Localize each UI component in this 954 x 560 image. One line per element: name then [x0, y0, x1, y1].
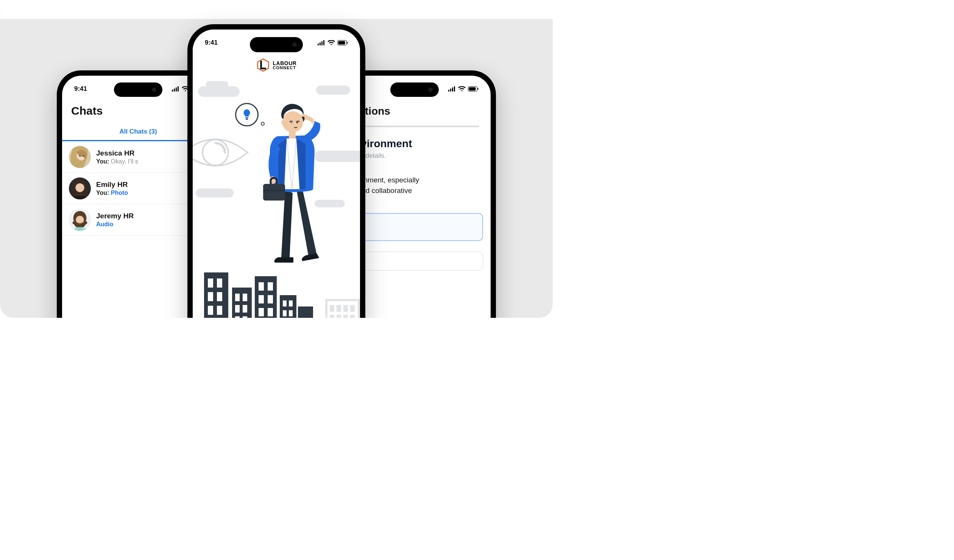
svg-rect-69	[235, 316, 240, 318]
svg-marker-29	[257, 59, 268, 71]
svg-rect-73	[259, 295, 264, 303]
svg-rect-67	[235, 305, 240, 313]
labour-connect-logo-icon	[256, 58, 270, 72]
status-time: 9:41	[74, 85, 87, 93]
svg-rect-66	[243, 294, 247, 301]
svg-rect-20	[469, 87, 476, 91]
lightbulb-icon	[241, 109, 253, 120]
wifi-icon	[327, 40, 335, 45]
svg-rect-61	[208, 306, 213, 315]
phone-mockup-splash: 9:41 LABOUR CONNECT	[187, 24, 365, 318]
svg-rect-38	[350, 305, 355, 312]
svg-rect-75	[259, 308, 264, 316]
svg-rect-18	[454, 86, 455, 92]
svg-rect-81	[283, 310, 287, 316]
brand-name-bottom: CONNECT	[273, 66, 297, 70]
svg-rect-40	[337, 315, 341, 318]
svg-rect-90	[263, 184, 285, 201]
svg-rect-58	[217, 278, 222, 288]
svg-rect-17	[452, 87, 453, 92]
svg-rect-62	[217, 306, 222, 315]
svg-rect-76	[268, 308, 273, 316]
svg-rect-39	[330, 315, 334, 318]
cloud-icon	[198, 86, 240, 97]
svg-rect-56	[298, 306, 313, 318]
status-indicators	[318, 40, 348, 45]
battery-icon	[337, 40, 348, 45]
signal-icon	[318, 40, 325, 45]
svg-rect-71	[259, 282, 264, 291]
svg-rect-22	[318, 44, 319, 45]
svg-rect-52	[204, 272, 228, 318]
dynamic-island	[250, 37, 303, 52]
chat-last-message: You: Okay, I'll s	[96, 158, 138, 165]
svg-rect-28	[347, 42, 348, 44]
chat-name: Jeremy HR	[96, 212, 134, 220]
dynamic-island	[390, 82, 439, 97]
svg-point-12	[75, 183, 84, 192]
svg-rect-72	[268, 282, 273, 291]
svg-rect-68	[243, 305, 247, 313]
svg-rect-53	[232, 288, 252, 318]
svg-rect-79	[283, 300, 287, 306]
avatar	[69, 209, 91, 231]
svg-rect-31	[245, 117, 248, 118]
svg-rect-21	[478, 88, 479, 90]
svg-rect-36	[337, 305, 341, 312]
svg-rect-82	[289, 310, 293, 316]
eye-icon	[193, 132, 249, 173]
svg-rect-91	[263, 190, 285, 191]
svg-rect-3	[178, 86, 179, 92]
svg-rect-54	[255, 276, 277, 318]
person-illustration-icon	[252, 95, 331, 269]
svg-rect-41	[343, 315, 348, 318]
svg-rect-37	[343, 305, 348, 312]
svg-rect-70	[243, 316, 247, 318]
wifi-icon	[458, 86, 466, 92]
svg-rect-80	[289, 300, 293, 306]
chat-name: Jessica HR	[96, 149, 138, 157]
signal-icon	[448, 86, 456, 92]
dynamic-island	[114, 82, 162, 97]
svg-rect-65	[235, 294, 240, 301]
svg-rect-0	[172, 90, 173, 92]
chat-last-message: You: Photo	[96, 190, 128, 196]
svg-point-9	[79, 155, 81, 157]
svg-point-10	[83, 155, 84, 157]
cloud-icon	[316, 86, 350, 95]
svg-rect-60	[217, 292, 222, 301]
chat-last-message: Audio	[96, 221, 134, 228]
svg-point-95	[291, 122, 292, 123]
svg-rect-55	[280, 295, 296, 318]
svg-rect-74	[268, 295, 273, 303]
splash-illustration	[193, 75, 360, 318]
svg-rect-1	[174, 89, 175, 92]
svg-point-94	[281, 120, 286, 125]
status-indicators	[448, 86, 479, 92]
svg-point-14	[76, 216, 84, 224]
svg-rect-25	[323, 40, 324, 45]
svg-rect-27	[338, 41, 345, 45]
status-time: 9:41	[205, 39, 218, 47]
svg-rect-42	[350, 315, 355, 318]
chat-name: Emily HR	[96, 180, 128, 189]
app-brand: LABOUR CONNECT	[193, 58, 360, 72]
svg-rect-59	[208, 292, 213, 301]
svg-rect-35	[330, 305, 334, 312]
svg-rect-16	[450, 89, 451, 92]
svg-rect-15	[448, 90, 449, 92]
avatar	[69, 177, 91, 199]
svg-rect-24	[321, 41, 323, 45]
signal-icon	[172, 86, 179, 92]
battery-icon	[468, 86, 479, 92]
svg-rect-32	[246, 119, 248, 120]
avatar	[69, 146, 91, 168]
svg-rect-23	[320, 42, 321, 45]
showcase-canvas: 9:41 Chats All Chats (3)	[0, 0, 553, 318]
svg-rect-2	[176, 87, 177, 92]
svg-rect-57	[208, 278, 213, 288]
